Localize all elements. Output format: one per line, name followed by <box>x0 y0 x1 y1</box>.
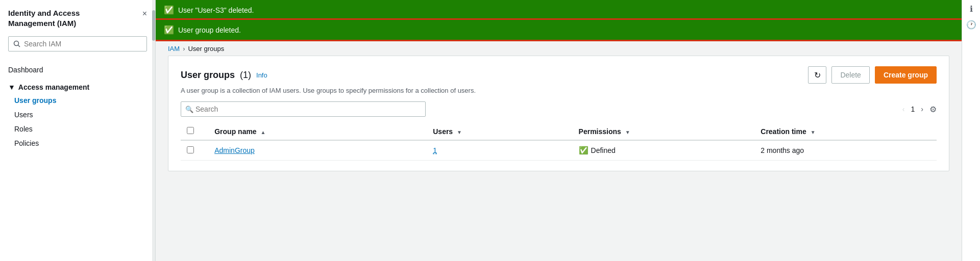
banner-group-deleted-wrapper: ✅ User group deleted. × <box>156 20 980 40</box>
main-content: ✅ User "User-S3" deleted. × ✅ User group… <box>156 0 980 261</box>
breadcrumb-current: User groups <box>188 45 224 53</box>
users-count-cell: 1 <box>427 140 572 161</box>
table-search-row: 🔍 ‹ 1 › ⚙ <box>181 101 937 117</box>
info-link[interactable]: Info <box>256 71 267 79</box>
banner-message-2: User group deleted. <box>178 26 241 34</box>
users-count[interactable]: 1 <box>433 146 437 154</box>
breadcrumb: IAM › User groups <box>156 40 962 56</box>
banner-user-deleted: ✅ User "User-S3" deleted. × <box>156 0 980 20</box>
select-all-checkbox[interactable] <box>187 127 194 134</box>
search-icon: 🔍 <box>185 106 193 113</box>
banner-group-deleted: ✅ User group deleted. × <box>156 20 980 40</box>
permissions-cell: ✅ Defined <box>573 140 755 161</box>
sidebar-header: Identity and AccessManagement (IAM) × <box>0 0 155 32</box>
permissions-label: Defined <box>591 146 616 154</box>
sidebar-scrollbar <box>152 0 155 261</box>
permissions-status: ✅ Defined <box>579 146 749 155</box>
table-header-creation-time: Creation time ▼ <box>754 123 937 140</box>
clock-icon[interactable]: 🕐 <box>966 20 976 30</box>
chevron-down-icon: ▼ <box>8 83 15 91</box>
content-card: User groups (1) Info ↻ Delete Create gro… <box>168 56 949 171</box>
sidebar-search-container <box>8 36 147 51</box>
card-title: User groups <box>181 70 235 81</box>
breadcrumb-iam-link[interactable]: IAM <box>168 45 180 53</box>
search-input[interactable] <box>8 36 147 51</box>
permissions-check-icon: ✅ <box>579 146 589 155</box>
row-checkbox[interactable] <box>187 146 194 153</box>
page-area: IAM › User groups User groups (1) Info ↻… <box>156 40 962 261</box>
banner-left-2: ✅ User group deleted. <box>164 25 241 35</box>
sidebar-scrollbar-thumb <box>152 10 155 41</box>
sidebar-nav: Dashboard ▼ Access management User group… <box>0 58 155 261</box>
sort-time-icon[interactable]: ▼ <box>811 129 816 135</box>
table-pagination: ‹ 1 › ⚙ <box>900 104 937 114</box>
sidebar-close-button[interactable]: × <box>142 9 147 18</box>
right-icon-panel: ℹ 🕐 <box>962 0 980 261</box>
pagination-current-page: 1 <box>911 105 915 113</box>
user-groups-table: Group name ▲ Users ▼ Permissions ▼ Cre <box>181 123 937 161</box>
group-name-cell: AdminGroup <box>208 140 427 161</box>
card-description: A user group is a collection of IAM user… <box>181 87 937 94</box>
sidebar-item-user-groups[interactable]: User groups <box>0 93 155 108</box>
card-title-row: User groups (1) Info <box>181 70 267 81</box>
breadcrumb-separator: › <box>183 45 185 53</box>
sidebar: Identity and AccessManagement (IAM) × Da… <box>0 0 156 261</box>
check-circle-icon-2: ✅ <box>164 25 174 35</box>
creation-time-cell: 2 months ago <box>754 140 937 161</box>
info-icon[interactable]: ℹ <box>970 4 973 14</box>
table-settings-button[interactable]: ⚙ <box>929 105 937 114</box>
sidebar-section-access-management: ▼ Access management <box>0 78 155 93</box>
create-group-button[interactable]: Create group <box>875 66 937 84</box>
banner-message: User "User-S3" deleted. <box>178 6 254 14</box>
sidebar-item-roles[interactable]: Roles <box>0 122 155 136</box>
delete-button[interactable]: Delete <box>831 66 869 84</box>
table-header-checkbox <box>181 123 208 140</box>
card-header: User groups (1) Info ↻ Delete Create gro… <box>181 66 937 84</box>
card-count: (1) <box>240 70 251 81</box>
table-header-row: Group name ▲ Users ▼ Permissions ▼ Cre <box>181 123 937 140</box>
table-search-input[interactable] <box>181 101 426 117</box>
table-row: AdminGroup 1 ✅ Defined 2 months <box>181 140 937 161</box>
pagination-next-button[interactable]: › <box>919 104 925 114</box>
refresh-button[interactable]: ↻ <box>808 66 826 84</box>
table-header-users: Users ▼ <box>427 123 572 140</box>
creation-time-value: 2 months ago <box>761 146 804 154</box>
sidebar-item-policies[interactable]: Policies <box>0 136 155 150</box>
card-actions: ↻ Delete Create group <box>808 66 937 84</box>
row-checkbox-cell <box>181 140 208 161</box>
table-search-wrap: 🔍 <box>181 101 426 117</box>
banner-left: ✅ User "User-S3" deleted. <box>164 5 254 15</box>
table-header-permissions: Permissions ▼ <box>573 123 755 140</box>
table-header-group-name: Group name ▲ <box>208 123 427 140</box>
sidebar-item-dashboard[interactable]: Dashboard <box>0 62 155 78</box>
sort-perms-icon[interactable]: ▼ <box>625 129 630 135</box>
group-name-link[interactable]: AdminGroup <box>214 146 255 154</box>
sort-users-icon[interactable]: ▼ <box>457 129 462 135</box>
sidebar-item-users[interactable]: Users <box>0 108 155 122</box>
check-circle-icon: ✅ <box>164 5 174 15</box>
sidebar-title: Identity and AccessManagement (IAM) <box>8 8 80 28</box>
sort-asc-icon[interactable]: ▲ <box>261 129 266 135</box>
pagination-prev-button[interactable]: ‹ <box>900 104 907 114</box>
